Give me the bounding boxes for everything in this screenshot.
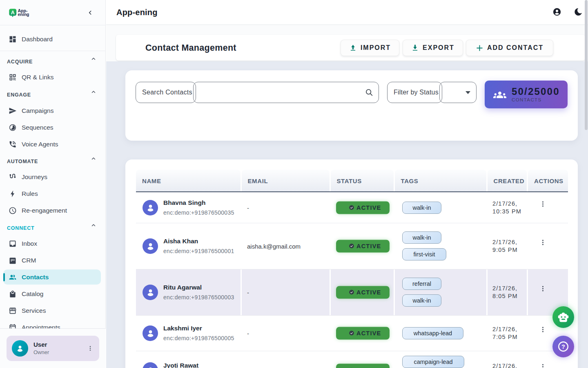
svg-text:?: ?	[561, 343, 565, 350]
